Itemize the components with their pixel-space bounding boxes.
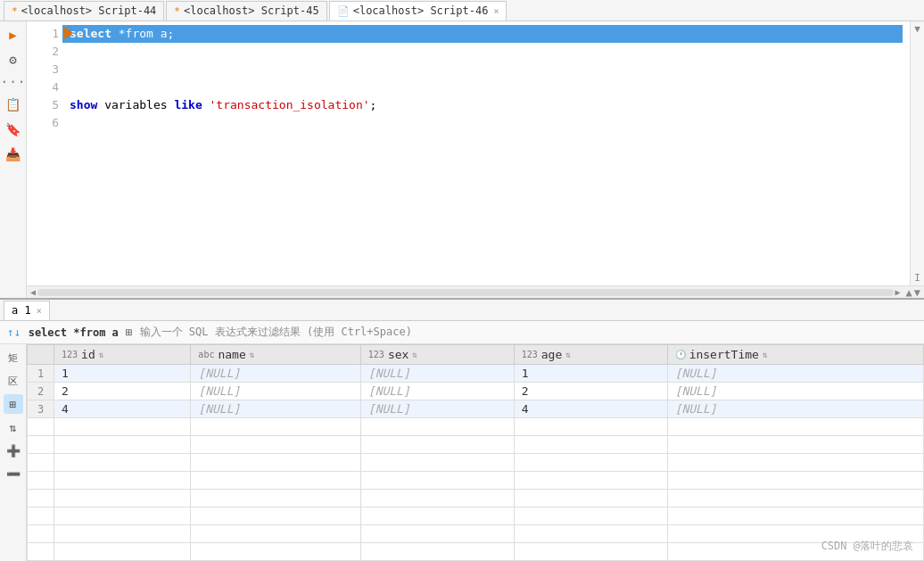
bottom-panel: a 1 × ↑↓ select *from a ⊞ 输入一个 SQL 表达式来过… [0,298,924,561]
tab-44-label: <localhost> Script-44 [21,4,157,17]
th-inserttime-sort[interactable]: ⇅ [763,350,768,359]
row-3-age[interactable]: 4 [514,400,667,418]
tab-45-icon: * [174,5,180,17]
tab-45-label: <localhost> Script-45 [184,4,319,17]
expand-icon[interactable]: I [912,270,922,285]
scrollbar-track[interactable] [911,37,924,270]
result-query-bar: ↑↓ select *from a ⊞ 输入一个 SQL 表达式来过滤结果 (使… [0,321,924,344]
table-sidebar-minus-icon[interactable]: ➖ [4,464,23,483]
query-bar-icon: ↑↓ [7,326,21,339]
editor-content[interactable]: 1 2 3 4 5 6 select *from a; show variabl… [27,21,924,285]
row-1-sex[interactable]: [NULL] [360,365,514,383]
tab-script-46[interactable]: 📄 <localhost> Script-46 × [329,1,507,21]
th-age-type: 123 [522,350,538,359]
th-name-sort[interactable]: ⇅ [250,350,255,359]
code-line-3 [70,61,903,78]
row-2-num: 2 [28,383,54,400]
filter-expand-icon[interactable]: ⊞ [126,326,133,339]
row-2-id[interactable]: 2 [54,383,191,400]
th-sex-sort[interactable]: ⇅ [412,350,417,359]
table-sidebar-add-icon[interactable]: ➕ [4,441,23,460]
th-sex-label: sex [388,348,408,361]
table-sidebar-region-icon[interactable]: 区 [4,371,23,391]
right-scrollbar[interactable]: ▼ I [910,21,924,285]
th-name[interactable]: abc name ⇅ [191,345,360,365]
code-editor[interactable]: select *from a; show variables like 'tra… [62,21,910,285]
code-line-1: select *from a; [70,25,903,43]
tab-46-label: <localhost> Script-46 [353,4,489,17]
result-tab-a1-label: a 1 [12,304,31,317]
row-3-name[interactable]: [NULL] [191,400,360,418]
row-2-age[interactable]: 2 [514,383,667,400]
th-inserttime[interactable]: 🕐 insertTime ⇅ [667,345,923,365]
row-2-inserttime[interactable]: [NULL] [667,383,923,400]
th-id[interactable]: 123 id ⇅ [54,345,191,365]
nav-up-icon[interactable]: ▲ [906,286,912,299]
code-line-2 [70,43,903,61]
table-row-empty [28,490,924,507]
sidebar-dots: ··· [0,75,26,89]
code-line-4 [70,78,903,96]
watermark: CSDN @落叶的悲哀 [821,539,913,554]
code-line-6 [70,114,903,132]
th-age[interactable]: 123 age ⇅ [514,345,667,365]
row-1-inserttime[interactable]: [NULL] [667,365,923,383]
result-table: 123 id ⇅ abc name ⇅ [27,344,924,561]
table-row[interactable]: 3 4 [NULL] [NULL] 4 [NULL] [28,400,924,418]
nav-down-icon[interactable]: ▼ [914,286,920,299]
result-tab-bar: a 1 × [0,300,924,321]
sidebar-download-icon[interactable]: 📥 [4,144,23,164]
h-scroll-track[interactable] [37,289,893,296]
row-1-age[interactable]: 1 [514,365,667,383]
table-sidebar-filter-icon[interactable]: ⇅ [4,417,23,437]
horizontal-scrollbar[interactable]: ◀ ▶ ▲ ▼ [27,285,924,298]
tab-script-45[interactable]: * <localhost> Script-45 [166,1,326,21]
th-age-label: age [541,348,562,361]
th-name-type: abc [198,350,214,359]
result-tab-a1-close[interactable]: × [37,306,42,316]
table-sidebar-grid-icon[interactable]: ⊞ [4,394,23,414]
table-row[interactable]: 1 1 [NULL] [NULL] 1 [NULL] [28,365,924,383]
data-table[interactable]: 123 id ⇅ abc name ⇅ [27,344,924,561]
table-container: 矩 区 ⊞ ⇅ ➕ ➖ 123 id ⇅ [0,344,924,561]
left-sidebar: ▶ ⚙ ··· 📋 🔖 📥 [0,21,27,298]
th-inserttime-type: 🕐 [675,350,686,359]
row-1-name[interactable]: [NULL] [191,365,360,383]
row-3-inserttime[interactable]: [NULL] [667,400,923,418]
th-id-sort[interactable]: ⇅ [99,350,104,359]
tab-46-icon: 📄 [337,5,350,17]
row-3-sex[interactable]: [NULL] [360,400,514,418]
table-row-empty [28,525,924,543]
table-sidebar-matrix-icon[interactable]: 矩 [4,348,23,367]
tab-44-icon: * [12,5,18,17]
sidebar-clipboard-icon[interactable]: 📋 [4,95,23,114]
collapse-icon[interactable]: ▼ [912,21,922,37]
table-header-row: 123 id ⇅ abc name ⇅ [28,345,924,365]
th-id-type: 123 [62,350,78,359]
table-row[interactable]: 2 2 [NULL] [NULL] 2 [NULL] [28,383,924,400]
sidebar-bookmark-icon[interactable]: 🔖 [4,120,23,139]
th-sex[interactable]: 123 sex ⇅ [360,345,514,365]
run-icon[interactable]: ▶ [4,25,23,45]
th-id-label: id [81,348,95,361]
result-tab-a1[interactable]: a 1 × [4,301,50,320]
tab-script-44[interactable]: * <localhost> Script-44 [4,1,164,21]
tab-46-close[interactable]: × [493,6,499,16]
row-1-id[interactable]: 1 [54,365,191,383]
editor-container: 1 2 3 4 5 6 select *from a; show variabl… [27,21,924,298]
scroll-left-btn[interactable]: ◀ [30,287,36,297]
table-row-empty [28,543,924,561]
scroll-right-btn[interactable]: ▶ [895,287,901,297]
th-rownum [28,345,54,365]
table-row-empty [28,507,924,525]
row-2-sex[interactable]: [NULL] [360,383,514,400]
row-3-id[interactable]: 4 [54,400,191,418]
sidebar-icon-2[interactable]: ⚙ [4,50,23,70]
table-sidebar: 矩 区 ⊞ ⇅ ➕ ➖ [0,344,27,561]
table-row-empty [28,436,924,454]
th-name-label: name [218,348,245,361]
result-filter-hint[interactable]: 输入一个 SQL 表达式来过滤结果 (使用 Ctrl+Space) [140,325,412,340]
row-2-name[interactable]: [NULL] [191,383,360,400]
table-row-empty [28,472,924,490]
th-age-sort[interactable]: ⇅ [565,350,571,359]
